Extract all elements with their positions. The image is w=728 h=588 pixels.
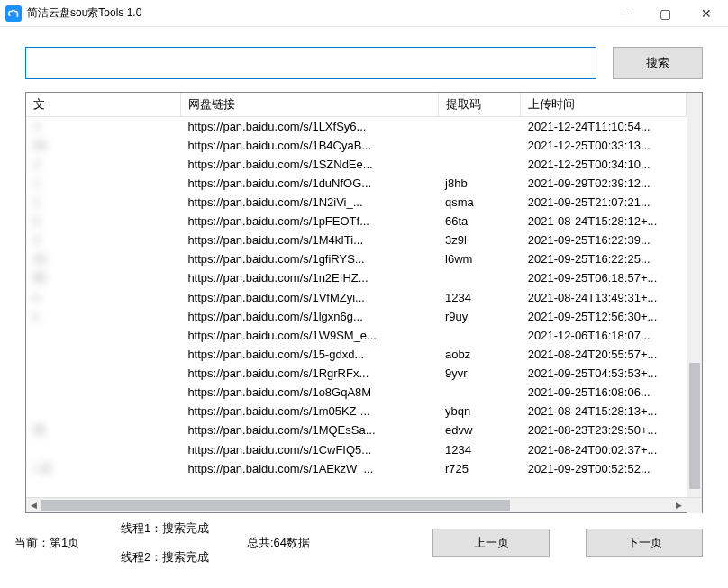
- status-bar: 当前：第1页 线程1：搜索完成 线程2：搜索完成 总共:64数据 上一页 下一页: [0, 513, 728, 569]
- table-row[interactable]: 1https://pan.baidu.com/s/1duNfOG...j8hb2…: [26, 174, 687, 193]
- cell-code: [438, 268, 521, 288]
- horizontal-scroll-thumb[interactable]: [41, 500, 510, 511]
- table-row[interactable]: 2https://pan.baidu.com/s/1SZNdEe...2021-…: [26, 155, 687, 174]
- minimize-button[interactable]: ─: [605, 1, 645, 26]
- cell-time: 2021-09-25T16:22:25...: [521, 249, 687, 268]
- cell-time: 2021-09-29T02:39:12...: [521, 174, 687, 193]
- cell-code: [438, 326, 521, 345]
- table-row[interactable]: 弱https://pan.baidu.com/s/1n2EIHZ...2021-…: [26, 268, 687, 288]
- table-row[interactable]: khttps://pan.baidu.com/s/1VfMZyi...12342…: [26, 288, 687, 307]
- table-row[interactable]: 0https://pan.baidu.com/s/1pFEOTf...66ta2…: [26, 212, 687, 231]
- column-link[interactable]: 网盘链接: [180, 93, 438, 117]
- thread-status: 线程1：搜索完成 线程2：搜索完成: [121, 520, 238, 565]
- table-row[interactable]: https://pan.baidu.com/s/1m05KZ-...ybqn20…: [26, 402, 687, 421]
- cell-time: 2021-12-25T00:34:10...: [521, 155, 687, 174]
- cell-time: 2021-09-25T06:18:57+...: [521, 268, 687, 288]
- cell-filename: 1: [26, 174, 180, 193]
- cell-code: 1234: [438, 440, 521, 459]
- scroll-left-arrow[interactable]: ◀: [26, 498, 41, 513]
- cell-time: 2021-08-24T15:28:12+...: [521, 212, 687, 231]
- cell-time: 2021-09-25T21:07:21...: [521, 193, 687, 212]
- table-row[interactable]: https://pan.baidu.com/s/15-gdxd...aobz20…: [26, 345, 687, 364]
- cell-link: https://pan.baidu.com/s/1AEkzW_...: [180, 459, 438, 479]
- cell-link: https://pan.baidu.com/s/1o8GqA8M: [180, 383, 438, 402]
- cell-time: 2021-09-25T04:53:53+...: [521, 364, 687, 383]
- cell-code: edvw: [438, 421, 521, 440]
- cell-code: 1234: [438, 288, 521, 307]
- cell-filename: 2: [26, 155, 180, 174]
- maximize-button[interactable]: ▢: [645, 1, 686, 26]
- table-row[interactable]: 2https://pan.baidu.com/s/1N2iVi_...qsma2…: [26, 193, 687, 212]
- scrollbar-corner: [687, 498, 702, 513]
- cell-link: https://pan.baidu.com/s/1duNfOG...: [180, 174, 438, 193]
- cell-filename: 40: [26, 249, 180, 268]
- table-header-row: 文 网盘链接 提取码 上传时间: [26, 93, 687, 117]
- cell-link: https://pan.baidu.com/s/1m05KZ-...: [180, 402, 438, 421]
- table-row[interactable]: khttps://pan.baidu.com/s/1lgxn6g...r9uy2…: [26, 307, 687, 326]
- horizontal-scroll-track[interactable]: [41, 498, 671, 512]
- cell-code: [438, 383, 521, 402]
- cell-time: 2021-12-06T16:18:07...: [521, 326, 687, 345]
- cell-code: [438, 117, 521, 136]
- vertical-scrollbar[interactable]: [687, 93, 702, 497]
- column-time[interactable]: 上传时间: [521, 93, 687, 117]
- cell-filename: k: [26, 307, 180, 326]
- table-row[interactable]: https://pan.baidu.com/s/1o8GqA8M2021-09-…: [26, 383, 687, 402]
- cell-filename: 简: [26, 421, 180, 440]
- cell-code: [438, 155, 521, 174]
- cell-time: 2021-08-24T20:55:57+...: [521, 345, 687, 364]
- vertical-scroll-thumb[interactable]: [689, 363, 700, 489]
- cell-code: [438, 136, 521, 155]
- cell-filename: 3: [26, 231, 180, 249]
- cell-link: https://pan.baidu.com/s/1gfiRYS...: [180, 249, 438, 268]
- cell-filename: 弱: [26, 268, 180, 288]
- table-row[interactable]: 40https://pan.baidu.com/s/1gfiRYS...l6wm…: [26, 249, 687, 268]
- search-button[interactable]: 搜索: [613, 47, 703, 79]
- table-row[interactable]: https://pan.baidu.com/s/1W9SM_e...2021-1…: [26, 326, 687, 345]
- column-code[interactable]: 提取码: [438, 93, 521, 117]
- cell-time: 2021-09-25T16:08:06...: [521, 383, 687, 402]
- cell-link: https://pan.baidu.com/s/1n2EIHZ...: [180, 268, 438, 288]
- column-filename[interactable]: 文: [26, 93, 180, 117]
- cell-filename: 59: [26, 136, 180, 155]
- cell-link: https://pan.baidu.com/s/1RgrRFx...: [180, 364, 438, 383]
- cell-filename: [26, 326, 180, 345]
- cell-link: https://pan.baidu.com/s/1LXfSy6...: [180, 117, 438, 136]
- cell-link: https://pan.baidu.com/s/1lgxn6g...: [180, 307, 438, 326]
- table-row[interactable]: i 话https://pan.baidu.com/s/1AEkzW_...r72…: [26, 459, 687, 479]
- window-title: 简洁云盘sou索Tools 1.0: [27, 5, 605, 21]
- cell-filename: [26, 440, 180, 459]
- scroll-right-arrow[interactable]: ▶: [671, 498, 687, 513]
- prev-page-button[interactable]: 上一页: [432, 529, 550, 557]
- close-button[interactable]: ✕: [686, 1, 726, 26]
- cell-filename: 0: [26, 212, 180, 231]
- app-icon: [5, 5, 22, 22]
- cell-code: 3z9l: [438, 231, 521, 249]
- cell-filename: 2: [26, 117, 180, 136]
- current-page-label: 当前：第1页: [14, 535, 112, 551]
- table-row[interactable]: 3https://pan.baidu.com/s/1M4kITi...3z9l2…: [26, 231, 687, 249]
- results-table[interactable]: 文 网盘链接 提取码 上传时间 2https://pan.baidu.com/s…: [26, 93, 687, 479]
- cell-link: https://pan.baidu.com/s/1MQEsSa...: [180, 421, 438, 440]
- table-row[interactable]: 59https://pan.baidu.com/s/1B4CyaB...2021…: [26, 136, 687, 155]
- results-table-container: 文 网盘链接 提取码 上传时间 2https://pan.baidu.com/s…: [25, 92, 703, 513]
- cell-code: 66ta: [438, 212, 521, 231]
- thread1-status: 线程1：搜索完成: [121, 520, 238, 537]
- table-row[interactable]: https://pan.baidu.com/s/1CwFIQ5...123420…: [26, 440, 687, 459]
- cell-link: https://pan.baidu.com/s/1N2iVi_...: [180, 193, 438, 212]
- horizontal-scrollbar[interactable]: ◀ ▶: [26, 497, 702, 512]
- cell-time: 2021-08-24T13:49:31+...: [521, 288, 687, 307]
- search-input[interactable]: [25, 47, 596, 79]
- table-row[interactable]: 2https://pan.baidu.com/s/1LXfSy6...2021-…: [26, 117, 687, 136]
- cell-time: 2021-09-29T00:52:52...: [521, 459, 687, 479]
- cell-link: https://pan.baidu.com/s/1M4kITi...: [180, 231, 438, 249]
- next-page-button[interactable]: 下一页: [586, 529, 703, 557]
- table-row[interactable]: https://pan.baidu.com/s/1RgrRFx...9yvr20…: [26, 364, 687, 383]
- cell-link: https://pan.baidu.com/s/1B4CyaB...: [180, 136, 438, 155]
- cell-filename: [26, 345, 180, 364]
- cell-filename: [26, 364, 180, 383]
- cell-code: r9uy: [438, 307, 521, 326]
- cell-code: ybqn: [438, 402, 521, 421]
- cell-link: https://pan.baidu.com/s/1W9SM_e...: [180, 326, 438, 345]
- table-row[interactable]: 简https://pan.baidu.com/s/1MQEsSa...edvw2…: [26, 421, 687, 440]
